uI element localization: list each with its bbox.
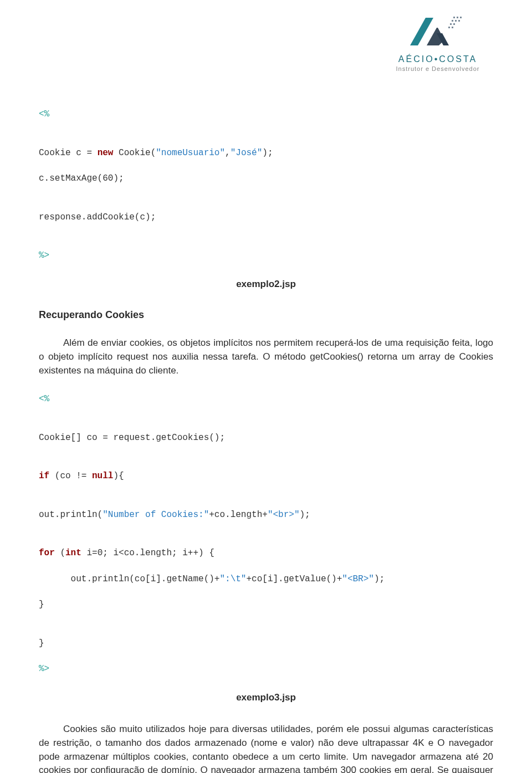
- code-text: +co.length+: [209, 510, 268, 520]
- brand-logo-icon: [405, 12, 471, 51]
- paragraph-1: Além de enviar cookies, os objetos implí…: [39, 336, 493, 377]
- code-text: Cookie c =: [39, 148, 98, 158]
- paragraph-2: Cookies são muito utilizados hoje para d…: [39, 723, 493, 773]
- page-content: <% Cookie c = new Cookie("nomeUsuario","…: [39, 108, 493, 773]
- code-block-2: <% Cookie[] co = request.getCookies(); i…: [39, 393, 493, 675]
- code-keyword: int: [65, 548, 81, 558]
- code-keyword: null: [92, 471, 113, 481]
- svg-rect-0: [453, 17, 455, 18]
- code-keyword: if: [39, 471, 49, 481]
- svg-rect-6: [450, 23, 452, 25]
- code-string: "<BR>": [342, 574, 374, 584]
- svg-rect-5: [458, 20, 460, 22]
- svg-rect-3: [452, 20, 453, 22]
- code-text: response.addCookie(c);: [39, 212, 156, 222]
- code-open-tag: <%: [39, 109, 49, 119]
- svg-rect-9: [452, 27, 453, 28]
- svg-rect-4: [455, 20, 457, 22]
- code-keyword: for: [39, 548, 55, 558]
- brand-tagline: Instrutor e Desenvolvedor: [377, 65, 499, 72]
- svg-rect-1: [457, 17, 458, 18]
- code-text: );: [374, 574, 385, 584]
- code-close-tag: %>: [39, 250, 49, 260]
- code-text: +co[i].getValue()+: [246, 574, 342, 584]
- caption-exemplo3: exemplo3.jsp: [39, 692, 493, 703]
- code-block-1: <% Cookie c = new Cookie("nomeUsuario","…: [39, 108, 493, 262]
- code-text: i=0; i<co.length; i++) {: [81, 548, 214, 558]
- code-text: out.println(co[i].getName()+: [39, 574, 219, 584]
- code-string: "<br>": [268, 510, 300, 520]
- code-text: Cookie[] co = request.getCookies();: [39, 433, 225, 443]
- caption-exemplo2: exemplo2.jsp: [39, 279, 493, 290]
- code-keyword: new: [98, 148, 114, 158]
- code-text: c.setMaxAge(60);: [39, 173, 124, 183]
- code-text: );: [299, 510, 310, 520]
- code-text: }: [39, 600, 44, 610]
- code-text: ,: [225, 148, 231, 158]
- code-string: ":\t": [219, 574, 246, 584]
- code-text: Cookie(: [113, 148, 156, 158]
- code-text: (co !=: [49, 471, 92, 481]
- code-text: ){: [113, 471, 124, 481]
- code-open-tag: <%: [39, 394, 49, 404]
- code-string: "nomeUsuario": [156, 148, 225, 158]
- code-string: "Number of Cookies:": [103, 510, 209, 520]
- code-text: out.println(: [39, 510, 103, 520]
- code-text: (: [55, 548, 65, 558]
- heading-recuperando: Recuperando Cookies: [39, 309, 493, 321]
- code-string: "José": [231, 148, 263, 158]
- brand-first: AÉCIO: [398, 54, 434, 64]
- code-text: }: [39, 638, 44, 648]
- brand-last: COSTA: [439, 54, 477, 64]
- brand-name: AÉCIO•COSTA: [377, 54, 499, 64]
- brand-dot: •: [434, 54, 439, 64]
- brand-logo-block: AÉCIO•COSTA Instrutor e Desenvolvedor: [377, 12, 499, 72]
- code-text: );: [262, 148, 273, 158]
- svg-rect-7: [453, 23, 455, 25]
- code-close-tag: %>: [39, 664, 49, 674]
- svg-rect-8: [448, 27, 450, 28]
- svg-rect-2: [460, 17, 462, 18]
